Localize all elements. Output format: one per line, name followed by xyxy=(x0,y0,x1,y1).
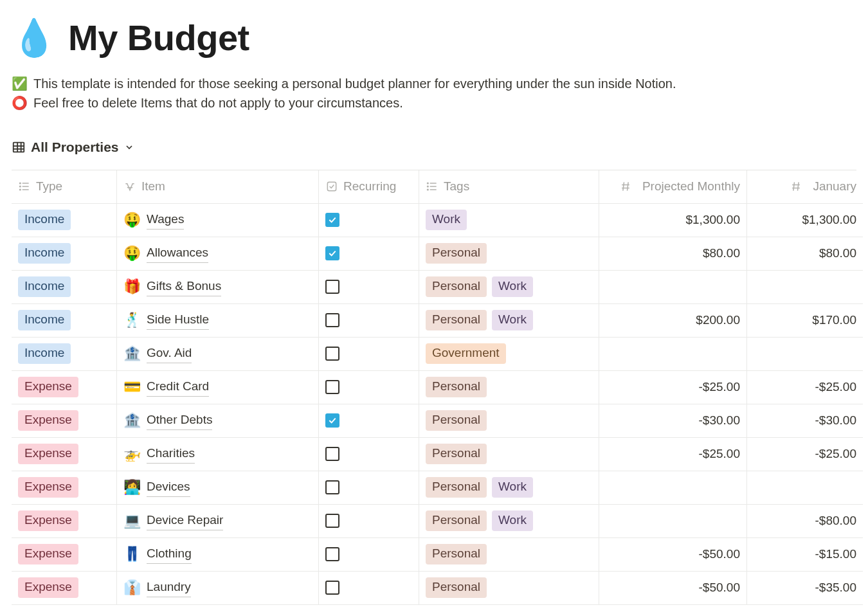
recurring-checkbox[interactable] xyxy=(325,380,339,394)
col-item[interactable]: Item xyxy=(117,170,319,204)
cell-type[interactable]: Expense xyxy=(12,371,117,404)
cell-item[interactable]: 👩‍💻Devices xyxy=(117,471,319,505)
cell-tags[interactable]: Personal xyxy=(419,237,599,271)
cell-projected[interactable] xyxy=(599,471,747,505)
cell-projected[interactable]: $200.00 xyxy=(599,304,747,338)
cell-type[interactable]: Income xyxy=(12,271,117,304)
table-row[interactable]: Expense🏦Other DebtsPersonal-$30.00-$30.0… xyxy=(12,404,856,438)
cell-recurring[interactable] xyxy=(319,438,419,471)
cell-january[interactable]: $80.00 xyxy=(747,237,863,271)
cell-tags[interactable]: Personal xyxy=(419,404,599,438)
table-row[interactable]: Expense💻Device RepairPersonalWork-$80.00 xyxy=(12,505,856,538)
cell-recurring[interactable] xyxy=(319,304,419,338)
cell-item[interactable]: 💳Credit Card xyxy=(117,371,319,404)
col-january[interactable]: January xyxy=(747,170,863,204)
cell-projected[interactable] xyxy=(599,338,747,371)
cell-type[interactable]: Income xyxy=(12,237,117,271)
cell-projected[interactable]: -$50.00 xyxy=(599,572,747,605)
cell-recurring[interactable] xyxy=(319,271,419,304)
cell-type[interactable]: Income xyxy=(12,204,117,237)
recurring-checkbox[interactable] xyxy=(325,480,339,494)
page-emoji[interactable]: 💧 xyxy=(12,20,57,56)
table-row[interactable]: Expense👖ClothingPersonal-$50.00-$15.00 xyxy=(12,538,856,572)
cell-recurring[interactable] xyxy=(319,237,419,271)
table-row[interactable]: Income🕺Side HustlePersonalWork$200.00$17… xyxy=(12,304,856,338)
recurring-checkbox[interactable] xyxy=(325,313,339,327)
cell-type[interactable]: Expense xyxy=(12,572,117,605)
cell-type[interactable]: Expense xyxy=(12,538,117,572)
recurring-checkbox[interactable] xyxy=(325,213,339,227)
cell-item[interactable]: 🚁Charities xyxy=(117,438,319,471)
col-tags[interactable]: Tags xyxy=(419,170,599,204)
cell-projected[interactable]: $1,300.00 xyxy=(599,204,747,237)
recurring-checkbox[interactable] xyxy=(325,581,339,595)
cell-recurring[interactable] xyxy=(319,404,419,438)
table-row[interactable]: Income🏦Gov. AidGovernment xyxy=(12,338,856,371)
table-row[interactable]: Expense💳Credit CardPersonal-$25.00-$25.0… xyxy=(12,371,856,404)
recurring-checkbox[interactable] xyxy=(325,280,339,294)
cell-item[interactable]: 🏦Other Debts xyxy=(117,404,319,438)
view-selector[interactable]: All Properties xyxy=(12,138,134,156)
table-row[interactable]: Income🤑AllowancesPersonal$80.00$80.00 xyxy=(12,237,856,271)
recurring-checkbox[interactable] xyxy=(325,547,339,561)
cell-recurring[interactable] xyxy=(319,338,419,371)
cell-tags[interactable]: PersonalWork xyxy=(419,505,599,538)
cell-january[interactable] xyxy=(747,338,863,371)
cell-recurring[interactable] xyxy=(319,204,419,237)
cell-recurring[interactable] xyxy=(319,538,419,572)
cell-item[interactable]: 🏦Gov. Aid xyxy=(117,338,319,371)
table-row[interactable]: Expense👩‍💻DevicesPersonalWork xyxy=(12,471,856,505)
cell-january[interactable]: -$80.00 xyxy=(747,505,863,538)
cell-projected[interactable]: -$25.00 xyxy=(599,371,747,404)
cell-january[interactable]: -$25.00 xyxy=(747,438,863,471)
cell-item[interactable]: 🤑Allowances xyxy=(117,237,319,271)
cell-projected[interactable] xyxy=(599,505,747,538)
cell-recurring[interactable] xyxy=(319,371,419,404)
col-projected[interactable]: Projected Monthly xyxy=(599,170,747,204)
cell-type[interactable]: Expense xyxy=(12,438,117,471)
cell-item[interactable]: 👖Clothing xyxy=(117,538,319,572)
cell-type[interactable]: Income xyxy=(12,304,117,338)
cell-january[interactable]: -$30.00 xyxy=(747,404,863,438)
cell-tags[interactable]: Government xyxy=(419,338,599,371)
col-type[interactable]: Type xyxy=(12,170,117,204)
cell-type[interactable]: Income xyxy=(12,338,117,371)
cell-january[interactable]: -$35.00 xyxy=(747,572,863,605)
recurring-checkbox[interactable] xyxy=(325,514,339,528)
cell-january[interactable]: -$15.00 xyxy=(747,538,863,572)
cell-tags[interactable]: PersonalWork xyxy=(419,471,599,505)
recurring-checkbox[interactable] xyxy=(325,246,339,260)
cell-tags[interactable]: Work xyxy=(419,204,599,237)
cell-item[interactable]: 🎁Gifts & Bonus xyxy=(117,271,319,304)
cell-item[interactable]: 🕺Side Hustle xyxy=(117,304,319,338)
cell-tags[interactable]: Personal xyxy=(419,371,599,404)
cell-tags[interactable]: Personal xyxy=(419,438,599,471)
cell-january[interactable]: $170.00 xyxy=(747,304,863,338)
table-row[interactable]: Income🎁Gifts & BonusPersonalWork xyxy=(12,271,856,304)
recurring-checkbox[interactable] xyxy=(325,347,339,361)
table-row[interactable]: Expense🚁CharitiesPersonal-$25.00-$25.00 xyxy=(12,438,856,471)
cell-recurring[interactable] xyxy=(319,505,419,538)
cell-recurring[interactable] xyxy=(319,572,419,605)
table-row[interactable]: Expense👔LaundryPersonal-$50.00-$35.00 xyxy=(12,572,856,605)
cell-tags[interactable]: Personal xyxy=(419,538,599,572)
cell-item[interactable]: 💻Device Repair xyxy=(117,505,319,538)
col-recurring[interactable]: Recurring xyxy=(319,170,419,204)
cell-tags[interactable]: PersonalWork xyxy=(419,304,599,338)
cell-january[interactable]: $1,300.00 xyxy=(747,204,863,237)
cell-january[interactable] xyxy=(747,271,863,304)
cell-projected[interactable] xyxy=(599,271,747,304)
cell-tags[interactable]: Personal xyxy=(419,572,599,605)
table-row[interactable]: Income🤑WagesWork$1,300.00$1,300.00 xyxy=(12,204,856,237)
cell-projected[interactable]: -$30.00 xyxy=(599,404,747,438)
cell-january[interactable] xyxy=(747,471,863,505)
recurring-checkbox[interactable] xyxy=(325,413,339,428)
cell-type[interactable]: Expense xyxy=(12,471,117,505)
cell-projected[interactable]: -$25.00 xyxy=(599,438,747,471)
cell-type[interactable]: Expense xyxy=(12,404,117,438)
cell-recurring[interactable] xyxy=(319,471,419,505)
cell-type[interactable]: Expense xyxy=(12,505,117,538)
cell-tags[interactable]: PersonalWork xyxy=(419,271,599,304)
cell-projected[interactable]: $80.00 xyxy=(599,237,747,271)
cell-item[interactable]: 👔Laundry xyxy=(117,572,319,605)
